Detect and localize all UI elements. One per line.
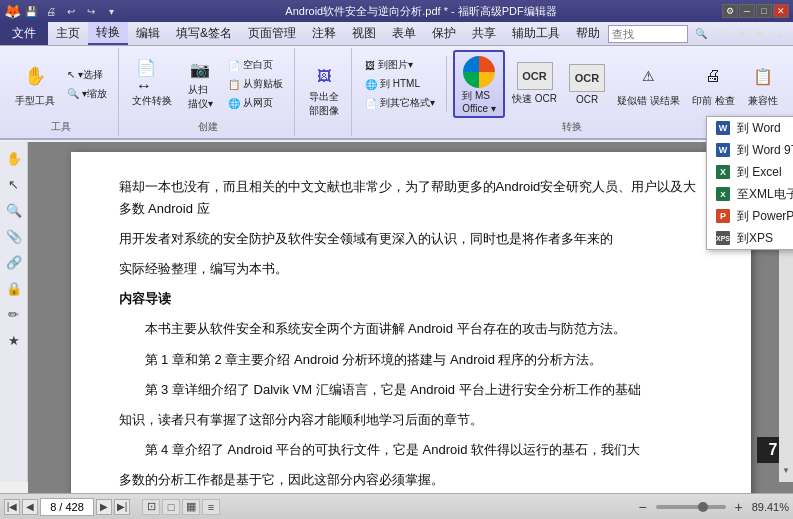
menu-convert[interactable]: 转换	[88, 22, 128, 45]
customize-btn[interactable]: ▾	[102, 3, 120, 19]
error-results-btn[interactable]: ⚠ 疑似错 误结果	[612, 54, 685, 114]
redo-btn[interactable]: ↪	[82, 3, 100, 19]
ribbon-forward-btn[interactable]: ▶	[752, 26, 770, 42]
ribbon-expand-btn[interactable]: ▲	[772, 26, 790, 42]
scroll-down-btn[interactable]: ▼	[782, 462, 790, 478]
zoom-slider[interactable]	[656, 505, 726, 509]
two-page-btn[interactable]: ▦	[182, 499, 200, 515]
win-close-btn[interactable]: ✕	[773, 4, 789, 18]
to-word-item[interactable]: W 到 Word	[707, 117, 793, 139]
from-clipboard-btn[interactable]: 📋 从剪贴板	[223, 75, 288, 93]
hand-tool-btn[interactable]: ✋ 手型工具	[10, 54, 60, 114]
to-powerpoint-item[interactable]: P 到 PowerPoint	[707, 205, 793, 227]
menu-home[interactable]: 主页	[48, 22, 88, 45]
ribbon-group-create: 📄↔ 文件转换 📷 从扫描仪▾ 📄 空白页 📋 从剪贴板 🌐 从网页	[121, 48, 295, 136]
last-page-btn[interactable]: ▶|	[114, 499, 130, 515]
to-word-97-item[interactable]: W 到 Word 97-2003	[707, 139, 793, 161]
prev-page-btn[interactable]: ◀	[22, 499, 38, 515]
select-label: ▾选择	[78, 68, 103, 82]
menu-share[interactable]: 共享	[464, 22, 504, 45]
menu-form[interactable]: 表单	[384, 22, 424, 45]
from-web-label: 从网页	[243, 96, 273, 110]
menu-edit[interactable]: 编辑	[128, 22, 168, 45]
from-clipboard-label: 从剪贴板	[243, 77, 283, 91]
sidebar-zoom-btn[interactable]: 🔍	[2, 198, 26, 222]
ribbon-back-btn[interactable]: ◀	[732, 26, 750, 42]
menu-view[interactable]: 视图	[344, 22, 384, 45]
other-icon: 📄	[365, 98, 377, 109]
create-buttons: 📄↔ 文件转换 📷 从扫描仪▾ 📄 空白页 📋 从剪贴板 🌐 从网页	[127, 50, 288, 118]
to-excel-item[interactable]: X 到 Excel	[707, 161, 793, 183]
fit-page-btn[interactable]: ⊡	[142, 499, 160, 515]
xml-icon: X	[715, 186, 731, 202]
menu-fill-sign[interactable]: 填写&签名	[168, 22, 240, 45]
to-other-btn[interactable]: 📄 到其它格式▾	[360, 94, 440, 112]
file-convert-btn[interactable]: 📄↔ 文件转换	[127, 54, 177, 114]
convert-group-label: 转换	[562, 118, 582, 134]
export-label: 导出全部图像	[309, 90, 339, 118]
scanner-icon: 📷	[184, 57, 216, 81]
hand-tool-label: 手型工具	[15, 94, 55, 108]
to-xps-item[interactable]: XPS 到XPS	[707, 227, 793, 249]
win-minimize-btn[interactable]: ─	[739, 4, 755, 18]
to-html-btn[interactable]: 🌐 到 HTML	[360, 75, 440, 93]
menu-protect[interactable]: 保护	[424, 22, 464, 45]
sidebar-select-btn[interactable]: ↖	[2, 172, 26, 196]
zoom-btn[interactable]: 🔍 ▾缩放	[62, 85, 112, 103]
zoom-in-btn[interactable]: +	[730, 498, 748, 516]
clipboard-icon: 📋	[228, 79, 240, 90]
file-convert-icon: 📄↔	[136, 60, 168, 92]
next-page-btn[interactable]: ▶	[96, 499, 112, 515]
content-para-2: 第 1 章和第 2 章主要介绍 Android 分析环境的搭建与 Android…	[119, 349, 703, 371]
sidebar-edit-btn[interactable]: ✏	[2, 302, 26, 326]
to-other-label: 到其它格式▾	[380, 96, 435, 110]
page-number-input[interactable]	[40, 498, 94, 516]
menu-comment[interactable]: 注释	[304, 22, 344, 45]
menu-page-mgmt[interactable]: 页面管理	[240, 22, 304, 45]
select-btn[interactable]: ↖ ▾选择	[62, 66, 112, 84]
content-line-1: 籍却一本也没有，而且相关的中文文献也非常少，为了帮助更多的Android安全研究…	[119, 176, 703, 220]
search-icon[interactable]: 🔍	[692, 26, 710, 42]
single-page-btn[interactable]: □	[162, 499, 180, 515]
undo-btn[interactable]: ↩	[62, 3, 80, 19]
window-title: Android软件安全与逆向分析.pdf * - 福昕高级PDF编辑器	[120, 4, 722, 19]
zoom-out-btn[interactable]: −	[634, 498, 652, 516]
to-image-btn[interactable]: 🖼 到图片▾	[360, 56, 440, 74]
win-maximize-btn[interactable]: □	[756, 4, 772, 18]
content-para-3b: 知识，读者只有掌握了这部分内容才能顺利地学习后面的章节。	[119, 409, 703, 431]
status-bar: |◀ ◀ ▶ ▶| ⊡ □ ▦ ≡ − + 89.41%	[0, 493, 793, 519]
zoom-icon: 🔍	[67, 88, 79, 99]
sidebar-attach-btn[interactable]: 📎	[2, 224, 26, 248]
content-para-4b: 多数的分析工作都是基于它，因此这部分内容必须掌握。	[119, 469, 703, 491]
menu-tools[interactable]: 辅助工具	[504, 22, 568, 45]
continuous-btn[interactable]: ≡	[202, 499, 220, 515]
print-check-btn[interactable]: 🖨 印前 检查	[687, 54, 740, 114]
ribbon-settings-icon[interactable]: ⚙	[712, 26, 730, 42]
quick-print-btn[interactable]: 🖨	[42, 3, 60, 19]
quick-save-btn[interactable]: 💾	[22, 3, 40, 19]
sidebar-link-btn[interactable]: 🔗	[2, 250, 26, 274]
sidebar-lock-btn[interactable]: 🔒	[2, 276, 26, 300]
ribbon-group-tools: ✋ 手型工具 ↖ ▾选择 🔍 ▾缩放 工具	[4, 48, 119, 136]
cursor-icon: ↖	[67, 69, 75, 80]
ppt-icon: P	[715, 208, 731, 224]
search-input[interactable]	[612, 28, 692, 40]
ms-office-icon	[461, 54, 497, 89]
export-images-btn[interactable]: 🖼 导出全部图像	[303, 61, 345, 121]
sidebar-hand-btn[interactable]: ✋	[2, 146, 26, 170]
from-scanner-btn[interactable]: 📷 从扫描仪▾	[179, 54, 221, 114]
blank-page-btn[interactable]: 📄 空白页	[223, 56, 288, 74]
ms-office-btn[interactable]: 到 MSOffice ▾	[453, 50, 505, 118]
compat-btn[interactable]: 📋 兼容性	[742, 54, 784, 114]
win-settings-btn[interactable]: ⚙	[722, 4, 738, 18]
print-icon: 🖨	[697, 60, 729, 92]
first-page-btn[interactable]: |◀	[4, 499, 20, 515]
to-xml-item[interactable]: X 至XML电子表格2003	[707, 183, 793, 205]
sidebar-bookmark-btn[interactable]: ★	[2, 328, 26, 352]
menu-help[interactable]: 帮助	[568, 22, 608, 45]
ocr-btn[interactable]: OCR OCR	[564, 54, 610, 114]
quick-ocr-btn[interactable]: OCR 快速 OCR	[507, 54, 562, 114]
from-web-btn[interactable]: 🌐 从网页	[223, 94, 288, 112]
blank-page-label: 空白页	[243, 58, 273, 72]
menu-file[interactable]: 文件	[0, 22, 48, 45]
